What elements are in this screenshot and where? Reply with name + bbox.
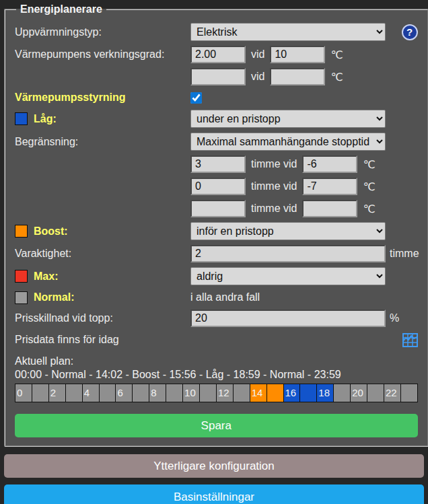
timeline-cell xyxy=(166,384,183,402)
row-boost: Boost: inför en pristopp xyxy=(15,222,419,240)
row-cop-1: Värmepumpens verkningsgrad: vid ℃ xyxy=(15,46,419,63)
row-max: Max: aldrig xyxy=(15,267,419,285)
timeline-cell: 0 xyxy=(15,384,32,402)
cop-temp-input[interactable] xyxy=(270,46,325,63)
timeline-cell: 22 xyxy=(384,384,401,402)
timeline-cell: 20 xyxy=(350,384,367,402)
max-mode-select[interactable]: aldrig xyxy=(190,267,386,285)
timeline-cell xyxy=(199,384,217,402)
row-price-diff: Prisskillnad vid topp: % xyxy=(15,310,419,327)
price-diff-input[interactable] xyxy=(190,310,386,327)
boost-label-group: Boost: xyxy=(15,225,190,238)
stop-temp-input-3[interactable] xyxy=(302,200,357,217)
duration-unit: timme xyxy=(390,248,419,260)
plan-label: Aktuell plan: xyxy=(15,355,419,367)
row-heating-type: Uppvärmningstyp: Elektrisk ? xyxy=(15,23,419,41)
cop-temp-input-2[interactable] xyxy=(270,68,325,85)
row-normal: Normal: i alla andra fall xyxy=(15,290,419,305)
panel-title: Energiplanerare xyxy=(16,3,106,15)
low-label-group: Låg: xyxy=(15,112,190,125)
timeline-cell: 18 xyxy=(316,384,334,402)
base-settings-button[interactable]: Basinställningar xyxy=(4,484,424,504)
cop-temp-unit: ℃ xyxy=(330,48,343,61)
timeline-cell xyxy=(299,384,317,402)
boost-mode-select[interactable]: inför en pristopp xyxy=(190,222,386,240)
limit-label: Begränsning: xyxy=(15,136,190,148)
timeline-cell: 10 xyxy=(182,384,200,402)
stop-hours-input-3[interactable] xyxy=(190,200,246,217)
stop-hours-input-1[interactable] xyxy=(190,155,246,173)
normal-color-chip xyxy=(15,291,28,304)
timeline-cell: 4 xyxy=(82,384,100,402)
duration-label: Varaktighet: xyxy=(15,248,190,260)
help-icon[interactable]: ? xyxy=(402,24,418,40)
timeline-cell xyxy=(333,384,351,402)
low-label: Låg: xyxy=(34,113,57,125)
energy-planner-panel: Energiplanerare Uppvärmningstyp: Elektri… xyxy=(4,3,428,447)
timeline-cell xyxy=(132,384,149,402)
price-graph-icon[interactable] xyxy=(402,332,418,347)
normal-mode-text: i alla andra fall xyxy=(190,291,260,303)
duration-input[interactable] xyxy=(190,245,386,262)
row-duration: Varaktighet: timme xyxy=(15,245,419,262)
timeline-cell: 12 xyxy=(216,384,234,402)
limit-select[interactable]: Maximal sammanhängande stopptid xyxy=(190,133,386,151)
price-diff-label: Prisskillnad vid topp: xyxy=(15,312,190,324)
stop-mid-label-1: timme vid xyxy=(251,158,297,170)
heating-type-label: Uppvärmningstyp: xyxy=(15,26,190,38)
plan-timeline: 0246810121416182022 xyxy=(15,384,418,402)
normal-label-group: Normal: xyxy=(15,291,190,304)
price-diff-unit: % xyxy=(390,312,399,324)
stop-mid-label-2: timme vid xyxy=(251,180,297,192)
timeline-cell xyxy=(32,384,49,402)
timeline-cell xyxy=(400,384,418,402)
cop-value-input-2[interactable] xyxy=(190,68,246,85)
timeline-cell xyxy=(266,384,284,402)
save-button[interactable]: Spara xyxy=(15,414,418,437)
row-price-data: Prisdata finns för idag xyxy=(15,332,419,347)
heating-type-select[interactable]: Elektrisk xyxy=(190,23,386,41)
low-mode-select[interactable]: under en pristopp xyxy=(190,110,386,128)
stop-temp-unit-2: ℃ xyxy=(363,180,375,193)
row-limit: Begränsning: Maximal sammanhängande stop… xyxy=(15,133,419,151)
timeline-cell: 6 xyxy=(115,384,133,402)
timeline-cell: 2 xyxy=(48,384,66,402)
row-low: Låg: under en pristopp xyxy=(15,110,419,128)
stop-temp-input-2[interactable] xyxy=(302,178,357,195)
row-stop-2: timme vid ℃ xyxy=(15,178,419,195)
timeline-cell xyxy=(99,384,116,402)
timeline-cell: 16 xyxy=(283,384,301,402)
max-color-chip xyxy=(15,270,28,283)
cop-vid-label: vid xyxy=(251,48,264,61)
row-cop-2: vid ℃ xyxy=(15,68,419,85)
price-data-label: Prisdata finns för idag xyxy=(15,334,190,346)
max-label: Max: xyxy=(34,271,58,283)
max-label-group: Max: xyxy=(15,270,190,283)
timeline-cell xyxy=(65,384,83,402)
stop-temp-unit-1: ℃ xyxy=(363,158,375,171)
boost-label: Boost: xyxy=(34,225,68,238)
cop-temp-unit-2: ℃ xyxy=(330,71,343,83)
timeline-cell: 14 xyxy=(250,384,267,402)
stop-mid-label-3: timme vid xyxy=(251,203,297,215)
row-stop-3: timme vid ℃ xyxy=(15,200,419,217)
cop-label: Värmepumpens verkningsgrad: xyxy=(15,48,190,61)
heatpump-control-label: Värmepumpsstyrning xyxy=(15,92,190,104)
cop-vid-label-2: vid xyxy=(251,71,264,83)
normal-label: Normal: xyxy=(34,291,74,303)
timeline-cell xyxy=(367,384,384,402)
stop-hours-input-2[interactable] xyxy=(190,178,246,195)
timeline-cell xyxy=(233,384,250,402)
boost-color-chip xyxy=(15,225,28,238)
row-heatpump-control: Värmepumpsstyrning xyxy=(15,90,419,105)
timeline-cell: 8 xyxy=(149,384,166,402)
cop-value-input[interactable] xyxy=(190,46,246,63)
extra-config-button[interactable]: Ytterligare konfiguration xyxy=(4,454,424,478)
stop-temp-input-1[interactable] xyxy=(302,155,357,173)
row-stop-1: timme vid ℃ xyxy=(15,155,419,173)
stop-temp-unit-3: ℃ xyxy=(363,203,375,215)
plan-summary: 00:00 - Normal - 14:02 - Boost - 15:56 -… xyxy=(15,369,419,381)
heatpump-control-checkbox[interactable] xyxy=(190,92,202,104)
low-color-chip xyxy=(15,112,28,125)
